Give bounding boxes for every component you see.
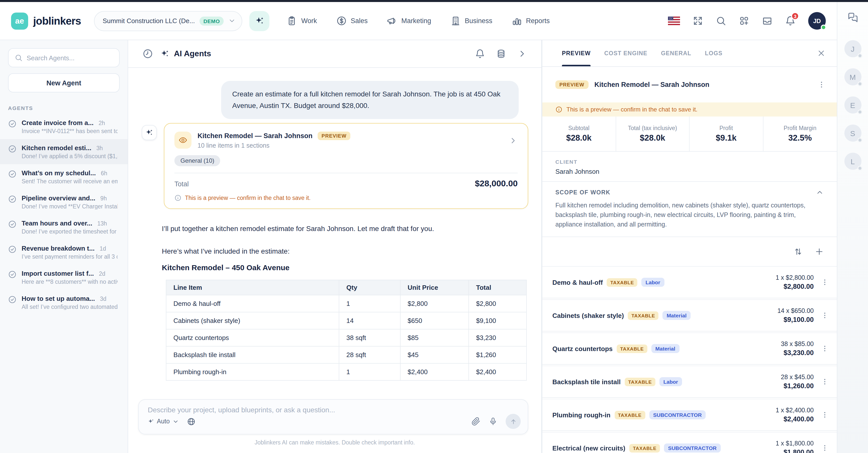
panel-tab[interactable]: PREVIEW [562,40,591,66]
category-badge: Labor [642,278,664,287]
agent-item-body: Team hours and over... 13h Done! I’ve ex… [22,220,118,234]
company-name: Summit Construction LLC (De... [102,17,195,25]
brand-logo[interactable]: ae joblinkers [11,12,81,29]
line-item-row[interactable]: Cabinets (shaker style) TAXABLE Material… [542,299,837,331]
scope-label: SCOPE OF WORK [555,189,611,195]
agent-list-item[interactable]: How to set up automa... 3d All set! I’ve… [0,290,128,315]
table-row: Demo & haul-off 1 $2,800 $2,800 [166,295,526,312]
presence-avatar[interactable]: J [844,40,861,57]
header-qty: Qty [339,280,400,295]
kebab-menu-icon[interactable] [821,312,829,319]
table-row: Backsplash tile install 28 sqft $45 $1,2… [166,346,526,363]
search-input[interactable] [27,54,113,62]
collapse-chevron-up-icon[interactable] [816,188,824,196]
line-item-row[interactable]: Electrical (new circuits) TAXABLE SUBCON… [542,432,837,453]
estimate-table: Line Item Qty Unit Price Total Demo & ha… [166,280,527,381]
new-agent-button[interactable]: New Agent [8,73,120,92]
message-composer[interactable]: Auto [138,399,528,434]
estimate-stats: Subtotal $28.0k Total (tax inclusive) $2… [542,117,837,152]
agent-list-item[interactable]: Kitchen remodel esti... 3h Done! I’ve ap… [0,139,128,164]
chat-bubbles-icon[interactable] [847,12,858,23]
agent-list-item[interactable]: Create invoice from a... 2h Invoice **IN… [0,114,128,139]
presence-avatar[interactable]: S [844,125,861,141]
fullscreen-icon[interactable] [692,15,703,26]
history-clock-icon[interactable] [142,48,153,59]
nav-item-reports[interactable]: Reports [512,15,550,26]
kebab-menu-icon[interactable] [821,411,829,419]
panel-tab[interactable]: GENERAL [661,40,691,66]
agent-timestamp: 3d [100,296,106,302]
kebab-menu-icon[interactable] [821,378,829,386]
presence-avatar[interactable]: E [844,96,861,114]
agent-item-body: What’s on my schedul... 6h Sent! The cus… [22,169,118,184]
header-actions: 3 JD [668,12,826,30]
agent-item-body: Create invoice from a... 2h Invoice **IN… [22,119,118,134]
nav-item-work[interactable]: Work [287,15,317,26]
search-icon[interactable] [716,15,726,26]
chat-header-actions [475,49,527,59]
agent-list-item[interactable]: Team hours and over... 13h Done! I’ve ex… [0,215,128,239]
open-estimate-chevron-icon[interactable] [509,136,518,145]
apps-grid-icon[interactable] [739,15,749,26]
globe-icon[interactable] [187,417,195,426]
avatar-letter: E [850,101,855,109]
presence-avatar[interactable]: M [844,68,861,85]
close-panel-icon[interactable] [817,49,826,58]
agent-list-item[interactable]: What’s on my schedul... 6h Sent! The cus… [0,164,128,189]
estimate-detail-panel: PREVIEW COST ENGINE GENERAL LOGS PREVIEW… [542,40,837,453]
line-item-row[interactable]: Backsplash tile install TAXABLE Labor 28… [542,366,837,397]
avatar-letter: J [851,44,855,53]
inbox-icon[interactable] [762,15,773,26]
header-unit-price: Unit Price [400,280,469,295]
kebab-menu-icon[interactable] [821,278,829,286]
panel-tab[interactable]: COST ENGINE [604,40,648,66]
composer-input[interactable] [148,406,521,414]
stat-cell: Profit Margin 32.5% [763,117,837,151]
agent-title: Create invoice from a... [22,119,93,127]
language-flag-icon[interactable] [668,17,680,25]
agent-search[interactable] [8,48,120,67]
company-selector[interactable]: Summit Construction LLC (De... DEMO [94,11,242,31]
estimate-preview-card[interactable]: Kitchen Remodel — Sarah Johnson PREVIEW … [164,123,528,209]
collapse-panel-chevron-icon[interactable] [517,49,527,59]
category-badge: Labor [659,377,682,386]
line-item-total: $1,260.00 [781,382,814,390]
ai-sparkles-button[interactable] [250,11,270,31]
conversation-scroll-area[interactable]: Create an estimate for a full kitchen re… [128,68,541,383]
document-menu-icon[interactable] [817,80,826,89]
agent-timestamp: 2h [98,120,105,126]
notifications-bell[interactable]: 3 [785,15,796,26]
user-avatar[interactable]: JD [808,12,826,30]
agent-timestamp: 2d [99,271,105,277]
nav-item-business[interactable]: Business [450,15,493,26]
agent-list-item[interactable]: Import customer list f... 2d Here are **… [0,265,128,290]
line-item-row[interactable]: Plumbing rough-in TAXABLE SUBCONTRACTOR … [542,399,837,430]
preview-badge: PREVIEW [318,132,350,140]
line-item-row[interactable]: Quartz countertops TAXABLE Material 38 x… [542,332,837,364]
line-item-row[interactable]: Demo & haul-off TAXABLE Labor 1 x $2,800… [542,266,837,298]
agent-preview-text: Done! I’ve applied a 5% discount ($1,400… [22,153,118,159]
presence-avatar[interactable]: L [844,153,861,170]
agent-list-item[interactable]: Pipeline overview and... 9h Done! I’ve m… [0,189,128,215]
user-message-bubble: Create an estimate for a full kitchen re… [221,81,519,119]
section-chip[interactable]: General (10) [175,155,220,166]
nav-item-marketing[interactable]: Marketing [387,15,431,26]
agent-list-item[interactable]: Revenue breakdown t... 1d I’ve sent paym… [0,239,128,265]
model-mode-selector[interactable]: Auto [148,418,179,425]
add-line-item-icon[interactable] [815,247,824,256]
microphone-icon[interactable] [489,417,498,426]
chevron-down-icon [228,17,236,25]
kebab-menu-icon[interactable] [821,444,829,452]
sort-icon[interactable] [794,247,803,256]
bell-icon[interactable] [475,49,485,59]
nav-item-sales[interactable]: Sales [336,15,368,26]
send-button[interactable] [506,414,521,429]
kebab-menu-icon[interactable] [821,345,829,353]
clipboard-icon [287,15,297,26]
panel-tab[interactable]: LOGS [705,40,722,66]
attach-paperclip-icon[interactable] [471,417,480,426]
credits-stack-icon[interactable] [496,49,506,59]
line-items-list: Demo & haul-off TAXABLE Labor 1 x $2,800… [542,266,837,453]
ai-message-paragraph: Here’s what I’ve included in the estimat… [162,247,521,255]
cell-qty: 1 [339,363,400,381]
